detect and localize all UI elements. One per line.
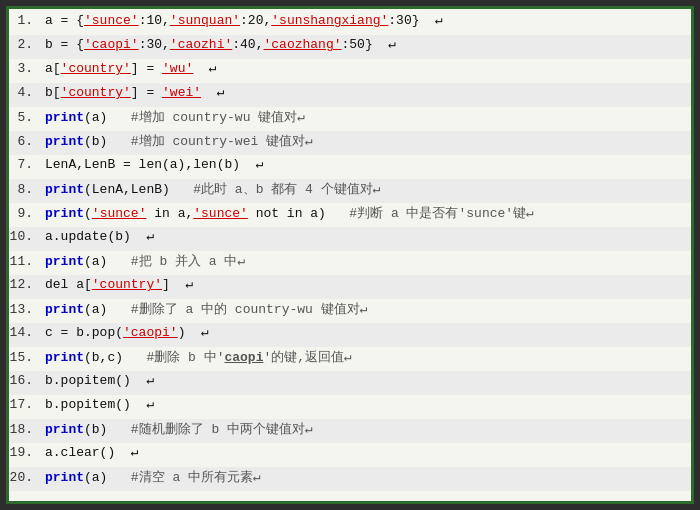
- code-line: 13.print(a) #删除了 a 中的 country-wu 键值对↵: [9, 299, 691, 323]
- code-text: not in a): [248, 206, 342, 221]
- code-line: 10.a.update(b) ↵: [9, 227, 691, 251]
- code-line: 15.print(b,c) #删除 b 中'caopi'的键,返回值↵: [9, 347, 691, 371]
- line-text: a = {'sunce':10,'sunquan':20,'sunshangxi…: [41, 12, 691, 28]
- code-text: (a): [84, 110, 123, 125]
- string-literal: 'caozhang': [263, 37, 341, 52]
- line-text: print(a) #删除了 a 中的 country-wu 键值对↵: [41, 300, 691, 318]
- string-literal: 'country': [92, 277, 162, 292]
- keyword: print: [45, 422, 84, 437]
- code-text: in a,: [146, 206, 193, 221]
- string-literal: 'country': [61, 85, 131, 100]
- comment-text: #增加 country-wei 键值对↵: [123, 134, 313, 149]
- code-text: del a[: [45, 277, 92, 292]
- code-line: 20.print(a) #清空 a 中所有元素↵: [9, 467, 691, 491]
- code-text: ↵: [201, 85, 224, 100]
- line-text: print(b) #随机删除了 b 中两个键值对↵: [41, 420, 691, 438]
- line-number: 8.: [9, 182, 41, 197]
- code-text: a = {: [45, 13, 84, 28]
- comment-text: #此时 a、b 都有 4 个键值对↵: [185, 182, 380, 197]
- code-line: 8.print(LenA,LenB) #此时 a、b 都有 4 个键值对↵: [9, 179, 691, 203]
- line-number: 12.: [9, 277, 41, 292]
- code-text: :40,: [232, 37, 263, 52]
- line-text: b['country'] = 'wei' ↵: [41, 84, 691, 100]
- string-literal: 'caopi': [123, 325, 178, 340]
- code-text: (a): [84, 254, 123, 269]
- keyword: print: [45, 110, 84, 125]
- keyword: print: [45, 182, 84, 197]
- code-text: :30} ↵: [388, 13, 443, 28]
- code-text: ↵: [193, 61, 216, 76]
- code-text: a.update(b) ↵: [45, 229, 154, 244]
- string-literal: 'sunshangxiang': [271, 13, 388, 28]
- comment-text: #把 b 并入 a 中↵: [123, 254, 245, 269]
- code-text: (b,c): [84, 350, 139, 365]
- line-text: b.popitem() ↵: [41, 372, 691, 388]
- code-text: b.popitem() ↵: [45, 373, 154, 388]
- code-text: (b): [84, 134, 123, 149]
- line-number: 19.: [9, 445, 41, 460]
- comment-text: #增加 country-wu 键值对↵: [123, 110, 305, 125]
- line-number: 17.: [9, 397, 41, 412]
- code-line: 17.b.popitem() ↵: [9, 395, 691, 419]
- line-number: 4.: [9, 85, 41, 100]
- keyword: print: [45, 302, 84, 317]
- line-number: 13.: [9, 302, 41, 317]
- code-text: (b): [84, 422, 123, 437]
- line-number: 9.: [9, 206, 41, 221]
- code-line: 16.b.popitem() ↵: [9, 371, 691, 395]
- line-text: print(a) #增加 country-wu 键值对↵: [41, 108, 691, 126]
- line-number: 5.: [9, 110, 41, 125]
- comment-text: '的键,返回值↵: [263, 350, 351, 365]
- line-text: print(a) #清空 a 中所有元素↵: [41, 468, 691, 486]
- comment-text: #判断 a 中是否有'sunce'键↵: [341, 206, 533, 221]
- code-line: 7.LenA,LenB = len(a),len(b) ↵: [9, 155, 691, 179]
- code-text: :20,: [240, 13, 271, 28]
- code-text: ] ↵: [162, 277, 193, 292]
- string-literal: 'caozhi': [170, 37, 232, 52]
- code-line: 14.c = b.pop('caopi') ↵: [9, 323, 691, 347]
- line-text: a.clear() ↵: [41, 444, 691, 460]
- line-text: c = b.pop('caopi') ↵: [41, 324, 691, 340]
- code-text: a[: [45, 61, 61, 76]
- line-number: 7.: [9, 157, 41, 172]
- line-text: b = {'caopi':30,'caozhi':40,'caozhang':5…: [41, 36, 691, 52]
- code-text: b[: [45, 85, 61, 100]
- line-text: a['country'] = 'wu' ↵: [41, 60, 691, 76]
- line-number: 3.: [9, 61, 41, 76]
- string-literal: 'country': [61, 61, 131, 76]
- code-text: (: [84, 206, 92, 221]
- line-number: 15.: [9, 350, 41, 365]
- string-literal: 'sunquan': [170, 13, 240, 28]
- keyword: print: [45, 350, 84, 365]
- code-line: 11.print(a) #把 b 并入 a 中↵: [9, 251, 691, 275]
- keyword: print: [45, 254, 84, 269]
- code-text: b.popitem() ↵: [45, 397, 154, 412]
- line-text: a.update(b) ↵: [41, 228, 691, 244]
- code-line: 12.del a['country'] ↵: [9, 275, 691, 299]
- line-text: print(LenA,LenB) #此时 a、b 都有 4 个键值对↵: [41, 180, 691, 198]
- line-text: b.popitem() ↵: [41, 396, 691, 412]
- line-text: print('sunce' in a,'sunce' not in a) #判断…: [41, 204, 691, 222]
- code-text: (a): [84, 470, 123, 485]
- code-text: ] =: [131, 85, 162, 100]
- string-literal: 'sunce': [84, 13, 139, 28]
- line-text: del a['country'] ↵: [41, 276, 691, 292]
- line-text: print(b) #增加 country-wei 键值对↵: [41, 132, 691, 150]
- code-text: b = {: [45, 37, 84, 52]
- comment-text: #删除了 a 中的 country-wu 键值对↵: [123, 302, 367, 317]
- code-text: LenA,LenB = len(a),len(b) ↵: [45, 157, 263, 172]
- line-text: print(b,c) #删除 b 中'caopi'的键,返回值↵: [41, 348, 691, 366]
- code-text: :50} ↵: [342, 37, 397, 52]
- line-number: 10.: [9, 229, 41, 244]
- line-number: 20.: [9, 470, 41, 485]
- line-text: LenA,LenB = len(a),len(b) ↵: [41, 156, 691, 172]
- code-text: (a): [84, 302, 123, 317]
- code-line: 1.a = {'sunce':10,'sunquan':20,'sunshang…: [9, 11, 691, 35]
- line-number: 1.: [9, 13, 41, 28]
- code-text: a.clear() ↵: [45, 445, 139, 460]
- line-text: print(a) #把 b 并入 a 中↵: [41, 252, 691, 270]
- keyword: print: [45, 134, 84, 149]
- line-number: 11.: [9, 254, 41, 269]
- line-number: 18.: [9, 422, 41, 437]
- code-line: 3.a['country'] = 'wu' ↵: [9, 59, 691, 83]
